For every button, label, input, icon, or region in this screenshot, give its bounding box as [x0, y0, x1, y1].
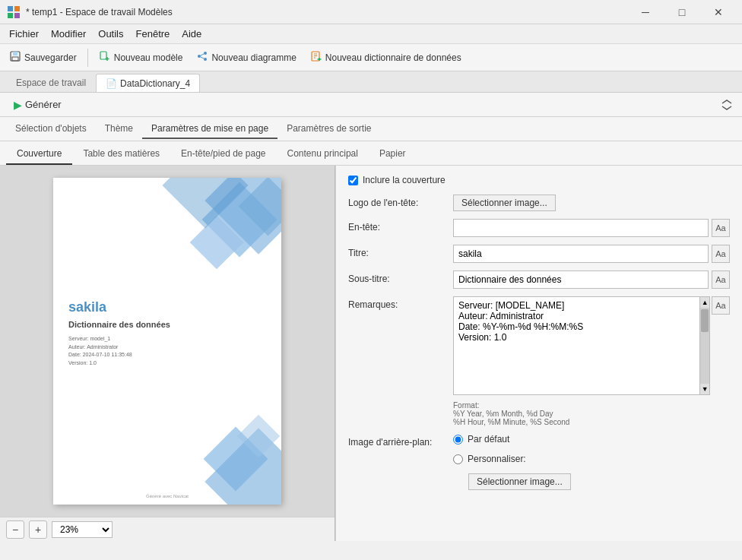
bg-control: Par défaut Personnaliser: Sélectionner i… [453, 434, 730, 490]
svg-rect-0 [8, 6, 13, 11]
toolbar: Sauvegarder Nouveau modèle Nouveau diagr… [0, 44, 742, 71]
remarks-textarea[interactable]: Serveur: [MODEL_NAME] Auteur: Administra… [453, 296, 700, 395]
menu-modifier[interactable]: Modifier [45, 26, 92, 42]
bg-default-label[interactable]: Par défaut [468, 434, 509, 445]
expand-icon[interactable] [718, 96, 736, 114]
menu-fichier[interactable]: Fichier [3, 26, 45, 42]
separator [87, 49, 88, 67]
sub-tab-paper[interactable]: Papier [369, 144, 417, 165]
right-pane: Inclure la couverture Logo de l'en-tête:… [335, 166, 742, 541]
actionbar: ▶ Générer [0, 93, 742, 117]
format-hint: Format: %Y Year, %m Month, %d Day %H Hou… [453, 401, 569, 426]
title-format-button[interactable]: Aa [712, 245, 730, 263]
new-model-button[interactable]: Nouveau modèle [93, 47, 189, 68]
header-label: En-tête: [348, 219, 447, 233]
bg-custom-row: Personnaliser: [453, 454, 526, 464]
remarks-row: Remarques: Serveur: [MODEL_NAME] Auteur:… [348, 296, 730, 426]
preview-main-title: sakila [68, 299, 266, 315]
svg-rect-7 [100, 52, 106, 59]
title-control: Aa [453, 245, 730, 263]
svg-rect-2 [8, 13, 13, 18]
tab-theme[interactable]: Thème [96, 119, 142, 139]
window-controls: ─ □ ✕ [628, 0, 736, 24]
page-preview: sakila Dictionnaire des données Serveur:… [53, 178, 281, 505]
save-button[interactable]: Sauvegarder [3, 47, 83, 68]
svg-point-11 [204, 52, 207, 55]
new-dict-label: Nouveau dictionnaire de données [325, 52, 461, 63]
minimize-button[interactable]: ─ [628, 0, 663, 24]
save-icon [9, 50, 21, 65]
close-button[interactable]: ✕ [701, 0, 736, 24]
remarks-scroll-down[interactable]: ▼ [700, 384, 709, 394]
menu-aide[interactable]: Aide [176, 26, 208, 42]
new-diagram-button[interactable]: Nouveau diagramme [190, 47, 302, 68]
menubar: Fichier Modifier Outils Fenêtre Aide [0, 24, 742, 44]
title-input[interactable] [453, 245, 709, 263]
new-dict-icon [310, 50, 322, 65]
bg-default-row: Par défaut [453, 434, 509, 445]
new-model-label: Nouveau modèle [114, 52, 183, 63]
include-cover-row: Inclure la couverture [348, 175, 730, 185]
remarks-scroll-up[interactable]: ▲ [700, 297, 709, 308]
tab-sortie[interactable]: Paramètres de sortie [277, 119, 380, 139]
window-title: * temp1 - Espace de travail Modèles [26, 7, 628, 17]
logo-control: Sélectionner image... [453, 195, 730, 211]
remarks-format-button[interactable]: Aa [712, 296, 730, 315]
sub-tab-header-footer[interactable]: En-tête/pied de page [170, 144, 276, 165]
save-label: Sauvegarder [24, 52, 77, 63]
sub-tab-toc[interactable]: Table des matières [72, 144, 170, 165]
new-diagram-icon [196, 50, 208, 65]
zoom-in-button[interactable]: + [29, 520, 47, 539]
generate-button[interactable]: ▶ Générer [6, 96, 69, 113]
subtitle-format-button[interactable]: Aa [712, 271, 730, 289]
include-cover-label[interactable]: Inclure la couverture [363, 175, 446, 185]
new-diagram-label: Nouveau diagramme [211, 52, 296, 63]
generate-icon: ▶ [14, 99, 22, 111]
subtitle-label: Sous-titre: [348, 271, 447, 284]
menu-fenetre[interactable]: Fenêtre [130, 26, 176, 42]
app-icon [6, 5, 21, 20]
tab-mise-en-page[interactable]: Paramètres de mise en page [142, 119, 277, 139]
zoom-select[interactable]: 23% 50% 75% 100% [52, 521, 113, 538]
menu-outils[interactable]: Outils [92, 26, 129, 42]
doc-tabbar: Espace de travail 📄 DataDictionary_4 [0, 71, 742, 93]
new-model-icon [99, 50, 111, 65]
sub-tabs: Couverture Table des matières En-tête/pi… [0, 141, 742, 166]
format-label: Format: [453, 401, 569, 410]
svg-rect-1 [14, 6, 20, 11]
format-line2: %H Hour, %M Minute, %S Second [453, 418, 569, 426]
preview-meta: Serveur: model_1 Auteur: Administrator D… [68, 335, 266, 367]
logo-select-button[interactable]: Sélectionner image... [453, 195, 556, 211]
doc-tab[interactable]: 📄 DataDictionary_4 [96, 74, 200, 92]
bg-select-button[interactable]: Sélectionner image... [468, 473, 571, 490]
subtitle-row: Sous-titre: Aa [348, 271, 730, 289]
zoom-out-button[interactable]: − [6, 520, 24, 539]
doc-tab-label: DataDictionary_4 [120, 78, 190, 89]
subtitle-input[interactable] [453, 271, 709, 289]
bg-custom-label[interactable]: Personnaliser: [468, 454, 526, 464]
preview-pane: sakila Dictionnaire des données Serveur:… [0, 166, 335, 517]
preview-subtitle: Dictionnaire des données [68, 320, 266, 329]
tab-selection-objets[interactable]: Sélection d'objets [6, 119, 96, 139]
preview-author: Auteur: Administrator [68, 343, 266, 352]
logo-label: Logo de l'en-tête: [348, 195, 447, 208]
maximize-button[interactable]: □ [664, 0, 699, 24]
subtitle-control: Aa [453, 271, 730, 289]
bg-row: Image d'arrière-plan: Par défaut Personn… [348, 434, 730, 490]
bg-custom-radio[interactable] [453, 454, 463, 464]
new-dict-button[interactable]: Nouveau dictionnaire de données [304, 47, 468, 68]
header-format-button[interactable]: Aa [712, 219, 730, 237]
include-cover-checkbox[interactable] [348, 176, 358, 185]
svg-rect-3 [14, 13, 20, 18]
header-input[interactable] [453, 219, 709, 237]
workspace-tab[interactable]: Espace de travail [6, 74, 96, 92]
bg-default-radio[interactable] [453, 435, 463, 445]
header-control: Aa [453, 219, 730, 237]
svg-rect-6 [12, 57, 18, 61]
sub-tab-couverture[interactable]: Couverture [6, 144, 72, 165]
svg-rect-5 [13, 52, 17, 55]
generate-label: Générer [25, 99, 62, 110]
preview-server: Serveur: model_1 [68, 335, 266, 343]
sub-tab-content[interactable]: Contenu principal [277, 144, 369, 165]
format-line1: %Y Year, %m Month, %d Day [453, 410, 569, 418]
